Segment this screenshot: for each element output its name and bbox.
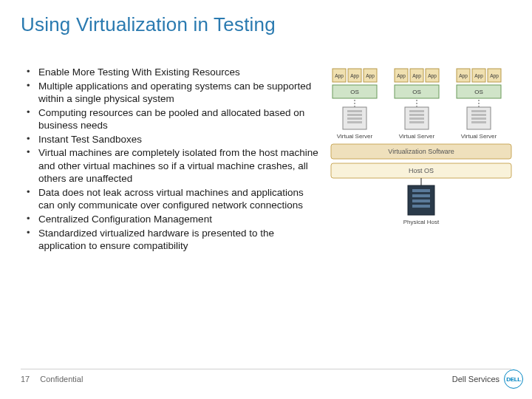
- svg-rect-23: [409, 117, 424, 120]
- svg-rect-28: [471, 117, 486, 120]
- bullet-item: Instant Test Sandboxes: [25, 133, 322, 146]
- svg-rect-27: [471, 114, 486, 116]
- svg-rect-18: [347, 117, 362, 120]
- footer: 17 Confidential Dell Services DELL: [21, 369, 523, 389]
- server-icon: [343, 107, 366, 129]
- svg-rect-19: [347, 121, 362, 123]
- app-label: App: [412, 73, 421, 79]
- bullet-item: Computing resources can be pooled and al…: [25, 106, 322, 132]
- svg-rect-37: [412, 205, 430, 208]
- app-label: App: [459, 73, 468, 79]
- svg-rect-21: [409, 110, 424, 112]
- virtualization-diagram: OS App App App OS App: [328, 66, 514, 236]
- host-os-label: Host OS: [409, 167, 434, 174]
- os-label: OS: [412, 89, 421, 95]
- server-icon: [405, 107, 429, 129]
- app-label: App: [490, 73, 499, 79]
- physical-host-label: Physical Host: [403, 219, 440, 225]
- app-label: App: [366, 73, 375, 79]
- virtual-server-label: Virtual Server: [399, 133, 435, 140]
- svg-rect-24: [409, 121, 424, 123]
- bullet-item: Standardized virtualized hardware is pre…: [25, 227, 322, 253]
- app-label: App: [335, 73, 344, 79]
- slide-title: Using Virtualization in Testing: [21, 13, 511, 36]
- svg-rect-36: [412, 200, 430, 202]
- app-label: App: [397, 73, 406, 79]
- virtual-server-label: Virtual Server: [461, 133, 497, 140]
- virtualization-software-label: Virtualization Software: [388, 148, 454, 155]
- svg-rect-22: [409, 114, 424, 116]
- svg-rect-26: [471, 110, 486, 112]
- bullet-item: Multiple applications and operating syst…: [25, 80, 322, 106]
- bullet-item: Enable More Testing With Existing Resour…: [25, 66, 322, 79]
- virtual-server-label: Virtual Server: [337, 133, 373, 140]
- app-label: App: [474, 73, 483, 79]
- bullet-item: Centralized Configuration Management: [25, 213, 322, 226]
- server-icon: [467, 107, 491, 129]
- brand-text: Dell Services: [452, 375, 499, 383]
- svg-rect-16: [347, 110, 362, 112]
- bullet-list: Enable More Testing With Existing Resour…: [21, 66, 322, 253]
- bullet-item: Data does not leak across virtual machin…: [25, 186, 322, 212]
- bullet-item: Virtual machines are completely isolated…: [25, 146, 322, 185]
- os-label: OS: [474, 89, 483, 95]
- dell-logo-icon: DELL: [504, 369, 523, 389]
- content-area: Enable More Testing With Existing Resour…: [21, 66, 511, 253]
- physical-host-icon: [408, 185, 434, 215]
- app-label: App: [350, 73, 359, 79]
- svg-rect-29: [471, 121, 486, 123]
- page-number: 17: [21, 375, 30, 383]
- svg-rect-34: [412, 189, 430, 192]
- app-label: App: [428, 73, 437, 79]
- svg-rect-35: [412, 194, 430, 197]
- svg-rect-17: [347, 114, 362, 116]
- os-label: OS: [350, 89, 359, 95]
- confidential-label: Confidential: [40, 375, 83, 383]
